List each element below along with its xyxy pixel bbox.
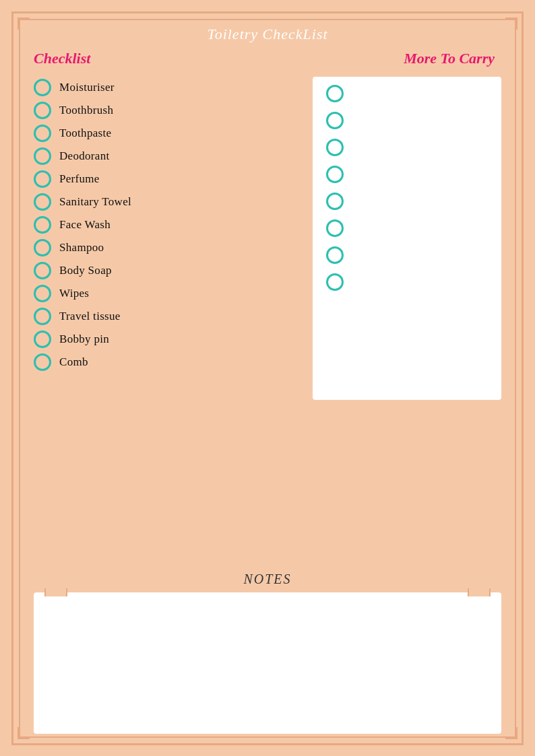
- checkbox-circle[interactable]: [34, 79, 51, 96]
- main-content: MoisturiserToothbrushToothpasteDeodorant…: [13, 77, 522, 565]
- item-label: Toothpaste: [59, 127, 111, 140]
- checkbox-circle[interactable]: [34, 193, 51, 211]
- more-carry-circle[interactable]: [326, 139, 344, 156]
- checklist-item[interactable]: Toothbrush: [34, 100, 299, 121]
- corner-br: [505, 727, 517, 739]
- checklist-item[interactable]: Sanitary Towel: [34, 191, 299, 213]
- item-label: Moisturiser: [59, 81, 115, 94]
- more-carry-circle[interactable]: [326, 193, 344, 210]
- checklist-item[interactable]: Moisturiser: [34, 77, 299, 98]
- more-to-carry-section: [313, 77, 501, 565]
- checklist-item[interactable]: Travel tissue: [34, 306, 299, 327]
- item-label: Comb: [59, 355, 88, 369]
- item-label: Face Wash: [59, 218, 111, 232]
- item-label: Perfume: [59, 172, 100, 186]
- notes-section: NOTES: [13, 565, 522, 743]
- checklist-item[interactable]: Bobby pin: [34, 329, 299, 350]
- checkbox-circle[interactable]: [34, 170, 51, 188]
- more-carry-circle[interactable]: [326, 273, 344, 291]
- more-carry-circle[interactable]: [326, 246, 344, 264]
- more-carry-circle[interactable]: [326, 112, 344, 129]
- checkbox-circle[interactable]: [34, 102, 51, 119]
- item-label: Bobby pin: [59, 333, 109, 346]
- checklist-header: Checklist: [34, 50, 90, 67]
- checkbox-circle[interactable]: [34, 353, 51, 371]
- item-label: Toothbrush: [59, 104, 113, 117]
- item-label: Body Soap: [59, 264, 112, 277]
- checkbox-circle[interactable]: [34, 239, 51, 256]
- checklist-item[interactable]: Deodorant: [34, 145, 299, 167]
- item-label: Shampoo: [59, 241, 104, 254]
- checkbox-circle[interactable]: [34, 147, 51, 165]
- corner-tl: [18, 18, 30, 30]
- item-label: Wipes: [59, 287, 89, 300]
- checklist-item[interactable]: Toothpaste: [34, 123, 299, 144]
- item-label: Deodorant: [59, 149, 109, 163]
- checkbox-circle[interactable]: [34, 308, 51, 325]
- page-container: Toiletry CheckList Checklist More To Car…: [11, 11, 524, 745]
- checklist-items-list: MoisturiserToothbrushToothpasteDeodorant…: [34, 77, 299, 373]
- more-carry-circle[interactable]: [326, 85, 344, 102]
- checklist-item[interactable]: Comb: [34, 351, 299, 373]
- corner-bl: [18, 727, 30, 739]
- checkbox-circle[interactable]: [34, 331, 51, 348]
- checkbox-circle[interactable]: [34, 285, 51, 302]
- checkbox-circle[interactable]: [34, 262, 51, 279]
- checklist-item[interactable]: Wipes: [34, 283, 299, 304]
- checklist-item[interactable]: Body Soap: [34, 260, 299, 281]
- more-to-carry-box: [313, 77, 501, 400]
- page-title: Toiletry CheckList: [13, 13, 522, 50]
- checklist-item[interactable]: Shampoo: [34, 237, 299, 259]
- item-label: Travel tissue: [59, 310, 121, 323]
- checklist-item[interactable]: Face Wash: [34, 214, 299, 236]
- checklist-section: MoisturiserToothbrushToothpasteDeodorant…: [34, 77, 299, 565]
- checkbox-circle[interactable]: [34, 125, 51, 142]
- checkbox-circle[interactable]: [34, 216, 51, 234]
- item-label: Sanitary Towel: [59, 195, 131, 209]
- more-to-carry-header: More To Carry: [404, 50, 501, 67]
- notes-title: NOTES: [34, 572, 501, 587]
- more-carry-circle[interactable]: [326, 219, 344, 237]
- more-carry-circle[interactable]: [326, 166, 344, 183]
- notes-box: [34, 592, 501, 734]
- corner-tr: [505, 18, 517, 30]
- checklist-item[interactable]: Perfume: [34, 168, 299, 190]
